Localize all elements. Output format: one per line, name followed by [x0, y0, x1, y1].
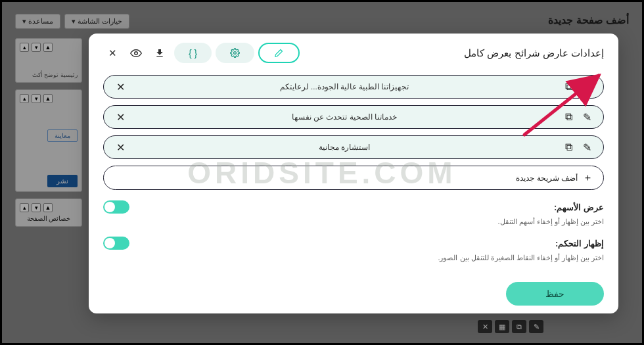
tab-settings[interactable] — [216, 43, 254, 63]
tab-design[interactable] — [258, 43, 300, 63]
edit-icon[interactable]: ✎ — [581, 81, 593, 93]
arrows-desc: اختر بين إظهار أو إخفاء أسهم التنقل. — [103, 218, 604, 226]
arrows-label: عرض الأسهم: — [554, 202, 604, 212]
svg-point-0 — [135, 51, 138, 55]
controls-toggle[interactable] — [103, 237, 129, 250]
add-slide-label: أضف شريحة جديدة — [516, 173, 578, 183]
delete-icon[interactable]: ✕ — [114, 141, 126, 153]
slide-title: خدماتنا الصحية تتحدث عن نفسها — [133, 112, 556, 122]
controls-label: إظهار التحكم: — [555, 239, 604, 248]
add-slide-button[interactable]: ＋ أضف شريحة جديدة — [103, 166, 604, 190]
tab-code[interactable]: { } — [174, 43, 212, 63]
duplicate-icon[interactable]: ⧉ — [563, 81, 574, 93]
save-button[interactable]: حفظ — [506, 282, 604, 306]
delete-icon[interactable]: ✕ — [114, 111, 126, 123]
controls-desc: اختر بين إظهار أو إخفاء النقاط الصغيرة ل… — [103, 254, 604, 262]
eye-icon[interactable] — [127, 44, 145, 62]
delete-icon[interactable]: ✕ — [114, 81, 126, 93]
svg-point-1 — [234, 52, 237, 55]
edit-icon[interactable]: ✎ — [581, 111, 593, 123]
download-icon[interactable] — [150, 44, 169, 62]
edit-icon[interactable]: ✎ — [581, 141, 593, 153]
slide-title: استشارة مجانية — [133, 143, 556, 152]
slider-settings-modal: إعدادات عارض شرائح بعرض كامل ✕ { } ✎ — [89, 34, 618, 313]
close-icon[interactable]: ✕ — [103, 44, 122, 62]
plus-icon: ＋ — [583, 172, 593, 184]
duplicate-icon[interactable]: ⧉ — [563, 111, 574, 123]
slide-row: ✎ ⧉ استشارة مجانية ✕ — [103, 135, 604, 159]
slide-row: ✎ ⧉ خدماتنا الصحية تتحدث عن نفسها ✕ — [103, 105, 604, 129]
slide-title: تجهيزاتنا الطبية عالية الجودة... لرعايتك… — [133, 82, 556, 91]
modal-title: إعدادات عارض شرائح بعرض كامل — [464, 47, 604, 59]
arrows-toggle[interactable] — [103, 200, 129, 214]
slide-row: ✎ ⧉ تجهيزاتنا الطبية عالية الجودة... لرع… — [103, 75, 604, 99]
duplicate-icon[interactable]: ⧉ — [563, 141, 574, 153]
